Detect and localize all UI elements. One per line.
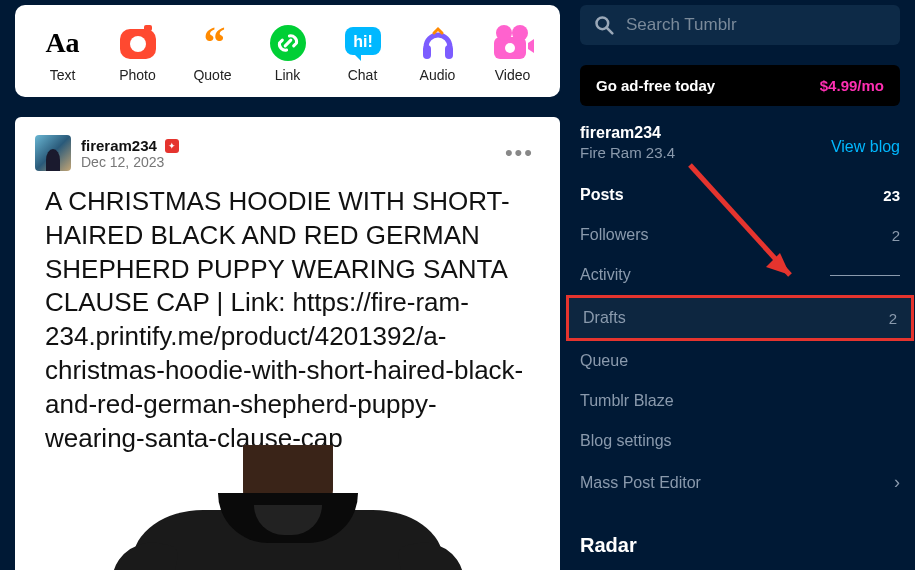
svg-line-13 — [607, 28, 613, 34]
svg-point-10 — [512, 25, 528, 41]
nav-label: Queue — [580, 352, 628, 370]
post-type-label: Video — [495, 67, 531, 83]
product-image — [15, 475, 560, 570]
post-type-quote[interactable]: “ Quote — [178, 23, 248, 83]
adfree-price: $4.99/mo — [820, 77, 884, 94]
post-card: fireram234 ✦ Dec 12, 2023 ••• A CHRISTMA… — [15, 117, 560, 570]
post-date: Dec 12, 2023 — [81, 154, 179, 170]
post-type-label: Audio — [420, 67, 456, 83]
adfree-text: Go ad-free today — [596, 77, 715, 94]
camera-icon — [116, 23, 160, 63]
post-type-video[interactable]: Video — [478, 23, 548, 83]
svg-rect-7 — [445, 45, 453, 59]
post-type-link[interactable]: Link — [253, 23, 323, 83]
activity-sparkline — [830, 275, 900, 276]
nav-count: 2 — [889, 310, 897, 327]
post-type-label: Chat — [348, 67, 378, 83]
nav-item-mass-editor[interactable]: Mass Post Editor › — [580, 461, 900, 504]
avatar[interactable] — [35, 135, 71, 171]
post-type-label: Text — [50, 67, 76, 83]
view-blog-link[interactable]: View blog — [831, 138, 900, 156]
nav-label: Mass Post Editor — [580, 474, 701, 492]
nav-label: Blog settings — [580, 432, 672, 450]
post-type-chat[interactable]: hi! Chat — [328, 23, 398, 83]
nav-count: 23 — [883, 187, 900, 204]
quote-icon: “ — [191, 23, 235, 63]
search-input[interactable] — [626, 15, 886, 35]
post-type-label: Link — [275, 67, 301, 83]
nav-item-activity[interactable]: Activity — [580, 255, 900, 295]
chat-icon: hi! — [341, 23, 385, 63]
nav-item-followers[interactable]: Followers 2 — [580, 215, 900, 255]
nav-item-queue[interactable]: Queue — [580, 341, 900, 381]
nav-count: 2 — [892, 227, 900, 244]
post-type-text[interactable]: Aa Text — [28, 23, 98, 83]
profile-section: fireram234 Fire Ram 23.4 View blog — [580, 124, 900, 161]
nav-item-settings[interactable]: Blog settings — [580, 421, 900, 461]
nav-label: Activity — [580, 266, 631, 284]
chevron-right-icon: › — [894, 472, 900, 493]
post-header: fireram234 ✦ Dec 12, 2023 ••• — [15, 135, 560, 171]
post-body: A CHRISTMAS HOODIE WITH SHORT-HAIRED BLA… — [15, 171, 560, 465]
svg-text:hi!: hi! — [353, 33, 373, 50]
post-username[interactable]: fireram234 — [81, 137, 157, 154]
video-icon — [491, 23, 535, 63]
nav-label: Tumblr Blaze — [580, 392, 674, 410]
radar-title: Radar — [580, 534, 900, 557]
post-type-label: Photo — [119, 67, 156, 83]
nav-item-blaze[interactable]: Tumblr Blaze — [580, 381, 900, 421]
adfree-banner[interactable]: Go ad-free today $4.99/mo — [580, 65, 900, 106]
nav-list: Posts 23 Followers 2 Activity Drafts 2 Q… — [580, 175, 900, 504]
search-bar[interactable] — [580, 5, 900, 45]
headphones-icon — [416, 23, 460, 63]
svg-rect-2 — [144, 25, 152, 31]
post-type-photo[interactable]: Photo — [103, 23, 173, 83]
nav-label: Posts — [580, 186, 624, 204]
nav-label: Followers — [580, 226, 648, 244]
search-icon — [594, 15, 614, 35]
post-type-label: Quote — [193, 67, 231, 83]
more-button[interactable]: ••• — [499, 147, 540, 159]
svg-point-1 — [130, 36, 146, 52]
svg-point-11 — [505, 43, 515, 53]
svg-rect-6 — [423, 45, 431, 59]
text-icon: Aa — [41, 23, 85, 63]
link-icon — [266, 23, 310, 63]
nav-label: Drafts — [583, 309, 626, 327]
post-type-bar: Aa Text Photo “ Quote Link hi! Chat — [15, 5, 560, 97]
nav-item-posts[interactable]: Posts 23 — [580, 175, 900, 215]
svg-point-9 — [496, 25, 512, 41]
post-type-audio[interactable]: Audio — [403, 23, 473, 83]
verified-badge-icon: ✦ — [165, 139, 179, 153]
nav-item-drafts[interactable]: Drafts 2 — [566, 295, 914, 341]
